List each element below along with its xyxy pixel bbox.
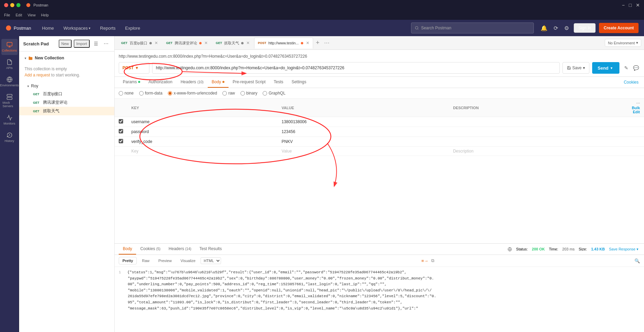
env-selector[interactable]: No Environment ▾ (605, 39, 641, 47)
minimize-icon[interactable]: − (622, 2, 625, 8)
method-selector[interactable]: POST ▾ (119, 62, 149, 74)
tab-close-4[interactable]: ✕ (306, 41, 309, 45)
tab-add-button[interactable]: + (314, 39, 322, 46)
resp-tab-test-results[interactable]: Test Results (195, 244, 226, 255)
sidebar-item-history[interactable]: History (1, 129, 18, 145)
method-chevron: ▾ (136, 66, 138, 70)
search-response-icon[interactable]: 🔍 (634, 258, 640, 263)
save-button[interactable]: Save ▾ (562, 62, 589, 74)
notification-icon[interactable]: 🔔 (539, 24, 549, 33)
tab-close-2[interactable]: ✕ (204, 41, 208, 45)
tab-close-1[interactable]: ✕ (155, 41, 158, 45)
fmt-tab-raw[interactable]: Raw (138, 257, 153, 264)
wrap-icon[interactable]: ≡→ (421, 258, 428, 263)
new-button[interactable]: New (59, 40, 72, 48)
fmt-tab-visualize[interactable]: Visualize (177, 257, 199, 264)
minimize-button[interactable] (10, 3, 14, 7)
new-row-key[interactable]: Key (127, 147, 278, 156)
row2-value[interactable]: 123456 (278, 127, 449, 137)
row3-value[interactable]: PNKV (278, 137, 449, 147)
tab-close-3[interactable]: ✕ (246, 41, 250, 45)
sidebar-item-apis[interactable]: APIs (1, 56, 18, 72)
maximize-button[interactable] (16, 3, 20, 7)
refresh-icon[interactable]: ⟳ (552, 24, 559, 33)
request-item-tencent[interactable]: GET 腾讯课堂评论 (19, 98, 114, 107)
row1-value[interactable]: 13800138006 (278, 117, 449, 127)
tab-tencent[interactable]: GET 腾讯课堂评论 ✕ (162, 38, 211, 48)
row1-desc[interactable] (449, 117, 624, 127)
roy-group[interactable]: ▾ Roy (19, 82, 114, 90)
save-response-button[interactable]: Save Response ▾ (609, 247, 639, 251)
import-button[interactable]: Import (74, 40, 90, 48)
tab-headers[interactable]: Headers (10) (176, 77, 207, 88)
request-item-weather[interactable]: GET 抓取天气 (19, 107, 114, 115)
row3-checkbox[interactable] (119, 139, 123, 143)
fmt-tab-preview[interactable]: Preview (155, 257, 175, 264)
radio-binary[interactable]: binary (240, 91, 258, 96)
settings-icon[interactable]: ⚙ (563, 24, 570, 33)
row2-key[interactable]: password (127, 127, 278, 137)
row2-desc[interactable] (449, 127, 624, 137)
nav-actions: 🔔 ⟳ ⚙ Sign In Create Account (539, 23, 639, 33)
tab-settings[interactable]: Settings (288, 77, 310, 88)
bulk-edit-button[interactable]: Bulk Edit (632, 106, 640, 114)
new-row-desc[interactable]: Description (449, 147, 624, 156)
add-request-link[interactable]: Add a request (25, 73, 50, 77)
row1-key[interactable]: username (127, 117, 278, 127)
send-button[interactable]: Send ▾ (592, 62, 619, 74)
row1-checkbox[interactable] (119, 119, 123, 124)
comment-icon[interactable]: 💬 (632, 64, 640, 72)
format-select[interactable]: HTML (201, 257, 221, 264)
request-item-baidu[interactable]: GET 百度ip接口 (19, 90, 114, 98)
sign-in-button[interactable]: Sign In (574, 23, 595, 33)
url-input[interactable] (152, 62, 560, 74)
chevron-down-icon: ▾ (25, 56, 26, 60)
radio-form-data[interactable]: form-data (139, 91, 162, 96)
row3-key[interactable]: verify_code (127, 137, 278, 147)
collection-item[interactable]: ▾ New Collection (19, 54, 114, 62)
tab-baidu[interactable]: GET 百度ip接口 ✕ (117, 38, 162, 48)
menu-edit[interactable]: Edit (16, 13, 22, 17)
close-icon[interactable]: ✕ (636, 2, 640, 8)
tab-authorization[interactable]: Authorization (144, 77, 176, 88)
copy-icon[interactable]: ⧉ (431, 258, 434, 263)
nav-explore[interactable]: Explore (121, 24, 144, 33)
close-button[interactable] (4, 3, 8, 7)
sidebar-item-environments[interactable]: Environments (1, 74, 18, 90)
resp-tab-body[interactable]: Body (119, 244, 136, 255)
create-account-button[interactable]: Create Account (599, 23, 639, 33)
resp-tab-headers[interactable]: Headers (14) (164, 244, 195, 255)
row3-desc[interactable] (449, 137, 624, 147)
nav-reports[interactable]: Reports (96, 24, 120, 33)
sort-icon[interactable]: ☰ (92, 40, 100, 48)
menu-file[interactable]: File (4, 13, 10, 17)
sidebar-item-monitors[interactable]: Monitors (1, 112, 18, 128)
sidebar-item-mock-servers[interactable]: Mock Servers (1, 91, 18, 111)
tab-pre-request[interactable]: Pre-request Script (229, 77, 270, 88)
tab-params[interactable]: Params (119, 77, 144, 88)
radio-urlencoded[interactable]: x-www-form-urlencoded (168, 91, 217, 96)
cookies-link[interactable]: Cookies (624, 80, 640, 85)
new-row-value[interactable]: Value (278, 147, 449, 156)
tab-post-active[interactable]: POST http://www.testin... ✕ (254, 38, 313, 48)
tab-weather[interactable]: GET 抓取天气 ✕ (212, 38, 254, 48)
resp-tab-cookies[interactable]: Cookies (5) (136, 244, 164, 255)
tab-body[interactable]: Body (208, 77, 229, 88)
tab-tests[interactable]: Tests (270, 77, 288, 88)
search-bar[interactable]: Search Postman (411, 23, 534, 33)
menu-view[interactable]: View (28, 13, 36, 17)
sidebar-item-collections[interactable]: Collections (1, 39, 18, 55)
table-more-icon[interactable]: ⋯ (636, 101, 640, 105)
edit-icon[interactable]: ✎ (622, 64, 630, 72)
tab-more-button[interactable]: ⋯ (322, 40, 332, 46)
nav-workspaces[interactable]: Workspaces ▾ (59, 24, 94, 33)
row2-checkbox[interactable] (119, 129, 123, 133)
menu-help[interactable]: Help (41, 13, 49, 17)
radio-none[interactable]: none (119, 91, 134, 96)
fmt-tab-pretty[interactable]: Pretty (119, 257, 137, 264)
nav-home[interactable]: Home (38, 24, 58, 33)
radio-graphql[interactable]: GraphQL (263, 91, 285, 96)
maximize-icon[interactable]: □ (629, 2, 632, 8)
more-options-icon[interactable]: ⋯ (102, 40, 110, 48)
radio-raw[interactable]: raw (222, 91, 235, 96)
